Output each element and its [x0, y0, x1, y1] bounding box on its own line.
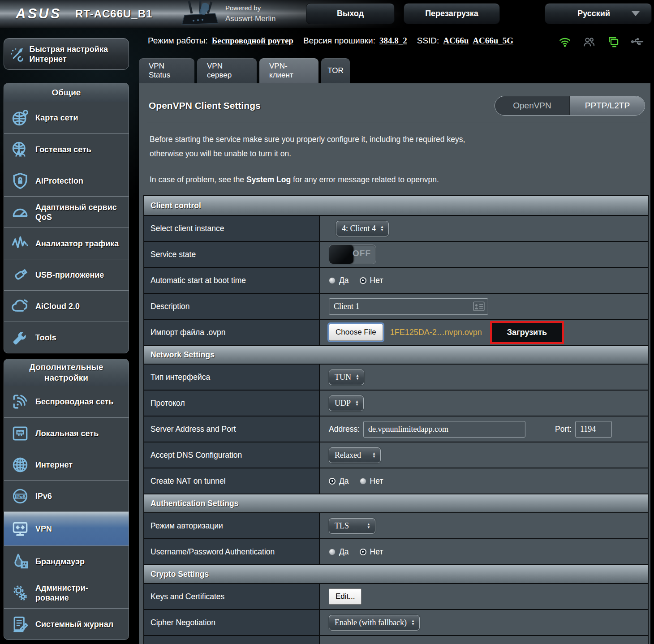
top-banner: ASUS RT-AC66U_B1 Powered by Asuswrt-Merl…	[0, 0, 654, 28]
row-description: Description	[144, 293, 648, 319]
lan-devices-icon[interactable]	[607, 35, 620, 48]
sidebar-item-traffic-analyzer[interactable]: Анализатор трафика	[4, 228, 129, 259]
auth-mode-select[interactable]: TLS ▲▼	[329, 518, 375, 534]
sidebar-item-label: AiProtection	[35, 176, 83, 186]
tab-vpn-status[interactable]: VPN Status	[139, 58, 194, 83]
userpass-yes-radio[interactable]	[329, 549, 336, 555]
firmware-label: Версия прошивки:	[303, 36, 375, 46]
tab-vpn-server[interactable]: VPN сервер	[197, 58, 257, 83]
description-input[interactable]	[329, 298, 488, 315]
shield-icon	[9, 171, 31, 191]
row-select-client-instance: Select client instance 4: Client 4 ▲▼	[144, 215, 648, 241]
sidebar-item-wan[interactable]: Интернет	[4, 449, 129, 480]
logout-button[interactable]: Выход	[306, 3, 395, 24]
gears-icon	[9, 583, 31, 603]
interface-type-select[interactable]: TUN ▲▼	[329, 369, 364, 385]
cipher-negotiation-select[interactable]: Enable (with fallback) ▲▼	[329, 615, 420, 631]
sidebar-item-guest-network[interactable]: Гостевая сеть	[4, 133, 129, 165]
firewall-icon	[9, 552, 31, 571]
nat-no-radio[interactable]	[360, 478, 366, 485]
router-model: RT-AC66U_B1	[75, 8, 152, 20]
row-interface-type: Тип интерфейса TUN ▲▼	[144, 364, 648, 390]
row-create-nat: Create NAT on tunnel Да Нет	[144, 468, 648, 494]
sidebar-item-aicloud[interactable]: AiCloud 2.0	[4, 290, 129, 322]
gauge-icon	[9, 202, 31, 222]
sidebar-item-aiprotection[interactable]: AiProtection	[4, 165, 129, 196]
sidebar-item-lan[interactable]: Локальная сеть	[4, 417, 129, 449]
sidebar-item-administration[interactable]: Администри-рование	[4, 577, 129, 608]
sidebar-item-network-map[interactable]: Карта сети	[4, 102, 129, 133]
sidebar-item-label: Системный журнал	[35, 619, 113, 629]
autostart-yes-radio[interactable]	[329, 277, 336, 284]
accept-dns-select[interactable]: Relaxed ▲▼	[329, 447, 381, 463]
sidebar-item-label: Брандмауэр	[35, 557, 85, 567]
radio-no-label: Нет	[370, 547, 383, 557]
edit-keys-button[interactable]: Edit...	[329, 588, 361, 605]
row-import-ovpn: Импорт файла .ovpn Choose File 1FE125DA-…	[144, 319, 648, 345]
row-accept-dns: Accept DNS Configuration Relaxed ▲▼	[144, 442, 648, 468]
tab-vpn-client[interactable]: VPN-клиент	[259, 58, 318, 83]
reboot-button[interactable]: Перезагрузка	[404, 3, 500, 24]
sidebar-item-tools[interactable]: Tools	[4, 322, 129, 353]
spinner-arrows-icon: ▲▼	[356, 374, 359, 380]
sidebar-item-vpn[interactable]: VPN	[4, 511, 129, 545]
upload-button[interactable]: Загрузить	[490, 321, 564, 344]
userpass-no-radio[interactable]	[360, 549, 366, 555]
ssid-5g-link[interactable]: AC66u_5G	[473, 36, 513, 46]
spinner-arrows-icon: ▲▼	[367, 523, 370, 529]
choose-file-button[interactable]: Choose File	[329, 324, 383, 341]
sidebar-item-system-log[interactable]: Системный журнал	[4, 608, 129, 640]
nat-yes-radio[interactable]	[329, 478, 336, 485]
row-next-partial	[144, 635, 648, 644]
svg-text:IPv6: IPv6	[15, 493, 26, 499]
spinner-arrows-icon: ▲▼	[380, 225, 384, 232]
title-divider	[147, 123, 647, 123]
contact-card-icon[interactable]	[473, 301, 485, 311]
server-address-input[interactable]	[363, 421, 525, 438]
section-network-settings: Network Settings	[144, 345, 648, 364]
nav-group-advanced-title: Дополнительные настройки	[4, 359, 129, 386]
mode-link[interactable]: Беспроводной роутер	[212, 36, 293, 46]
system-log-link[interactable]: System Log	[246, 175, 291, 184]
sidebar-item-qos[interactable]: Адаптивный сервис QoS	[4, 196, 129, 228]
sidebar-item-label: Адаптивный сервис QoS	[35, 202, 125, 222]
address-label: Address:	[329, 425, 360, 434]
toggle-state-label: OFF	[353, 249, 371, 258]
pptp-l2tp-toggle-option[interactable]: PPTP/L2TP	[570, 96, 645, 115]
ipv6-icon: IPv6	[9, 486, 31, 506]
quick-setup-icon	[9, 44, 26, 64]
clients-icon[interactable]	[582, 35, 596, 48]
service-state-toggle[interactable]: OFF	[329, 245, 376, 264]
sidebar-item-wireless[interactable]: Беспроводная сеть	[4, 386, 129, 417]
server-port-input[interactable]	[575, 421, 612, 438]
protocol-select[interactable]: UDP ▲▼	[329, 395, 364, 411]
ssid-24g-link[interactable]: AC66u	[443, 36, 469, 46]
language-selector[interactable]: Русский	[545, 3, 652, 24]
firmware-link[interactable]: 384.8_2	[379, 36, 407, 46]
powered-by: Powered by Asuswrt-Merlin	[225, 3, 275, 24]
row-userpass-auth: Username/Password Authentication Да Нет	[144, 538, 648, 564]
sidebar-item-label: Гостевая сеть	[35, 145, 91, 155]
row-cipher-negotiation: Cipher Negotiation Enable (with fallback…	[144, 609, 648, 635]
tab-tor[interactable]: TOR	[321, 58, 350, 83]
wrench-icon	[9, 328, 31, 348]
quick-setup-button[interactable]: Быстрая настройка Интернет	[4, 38, 129, 70]
radio-no-label: Нет	[370, 477, 383, 486]
globe-icon	[9, 455, 31, 475]
nav-group-general: Общие Карта сети Гостевая сеть	[4, 83, 129, 353]
sidebar-item-usb-application[interactable]: USB-приложение	[4, 259, 129, 290]
sidebar-item-ipv6[interactable]: IPv6 IPv6	[4, 480, 129, 511]
openvpn-toggle-option[interactable]: OpenVPN	[495, 96, 570, 115]
radio-no-label: Нет	[370, 276, 383, 285]
page-title: OpenVPN Client Settings	[149, 100, 261, 111]
tab-bar: VPN Status VPN сервер VPN-клиент TOR	[139, 58, 650, 83]
sidebar-item-firewall[interactable]: Брандмауэр	[4, 545, 129, 577]
client-instance-select[interactable]: 4: Client 4 ▲▼	[336, 221, 389, 236]
network-map-icon	[9, 108, 31, 128]
wifi-icon[interactable]	[558, 35, 572, 48]
spinner-arrows-icon: ▲▼	[372, 452, 376, 458]
autostart-no-radio[interactable]	[360, 277, 366, 284]
vpn-client-panel: OpenVPN Client Settings OpenVPN PPTP/L2T…	[139, 83, 650, 644]
quick-setup-label: Быстрая настройка Интернет	[30, 44, 124, 64]
usb-icon[interactable]	[631, 35, 644, 48]
